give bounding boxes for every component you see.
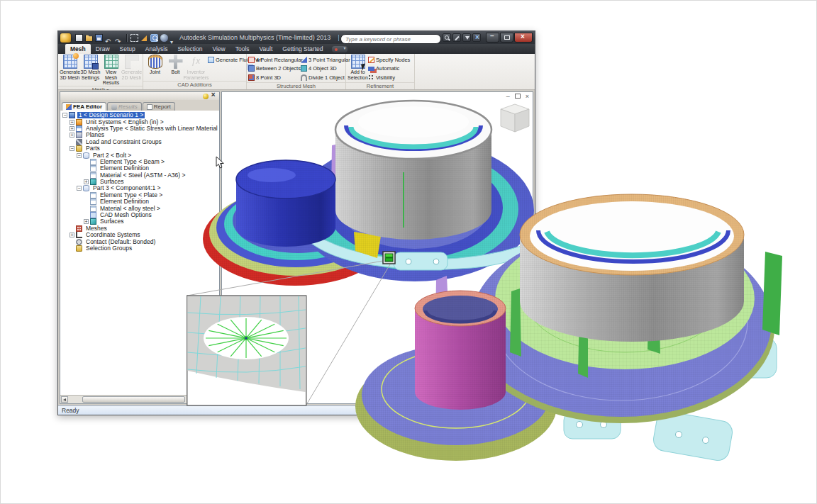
contact-icon [76, 239, 82, 245]
tree-horizontal-scrollbar[interactable] [60, 395, 219, 403]
parts-icon [76, 145, 82, 152]
search-box [340, 31, 441, 45]
tree-item[interactable]: + Analysis Type < Static Stress with Lin… [60, 125, 219, 132]
ribbon-tab[interactable]: Tools [230, 44, 255, 54]
scroll-left-icon[interactable] [61, 396, 68, 403]
ribbon-button[interactable]: 8 Point 3D [248, 73, 301, 82]
ribbon-tab[interactable]: Mesh [65, 44, 91, 54]
minimize-button[interactable] [486, 33, 499, 43]
ribbon-tab[interactable]: Analysis [140, 44, 173, 54]
viewport-close-icon[interactable]: × [526, 94, 529, 100]
panel-tab[interactable]: Results [107, 102, 142, 111]
exchange-close-icon[interactable] [472, 33, 481, 42]
maximize-button[interactable] [500, 33, 513, 43]
ribbon-button[interactable]: Add to Selection [348, 55, 368, 80]
fea-editor-icon [66, 104, 72, 110]
tree-expander-icon[interactable]: + [84, 219, 89, 224]
tree-expander-icon[interactable]: + [70, 120, 74, 125]
exchange-search-icon[interactable] [443, 33, 451, 42]
ribbon-tab[interactable]: Setup [115, 44, 140, 54]
ribbon-button[interactable]: Divide 1 Object [301, 73, 346, 82]
tree-item[interactable]: Material < Steel (ASTM - A36) > [60, 172, 219, 179]
scroll-right-icon[interactable] [211, 396, 218, 403]
ribbon-tab[interactable]: Selection [172, 44, 207, 54]
box-select-icon[interactable] [130, 34, 138, 42]
ribbon-button[interactable]: View Mesh Results [101, 55, 121, 86]
ribbon-button[interactable]: Between 2 Objects [248, 65, 301, 74]
tree-expander-icon[interactable]: − [77, 186, 82, 191]
specify-nodes-icon [368, 57, 374, 63]
ribbon-group-mesh: Generate 3D Mesh 3D Mesh Settings View M… [58, 54, 143, 89]
pushpin-icon[interactable] [203, 94, 209, 99]
window-controls [486, 33, 533, 43]
tree-item[interactable]: Selection Groups [60, 245, 219, 252]
tree-item[interactable]: + Surfaces [60, 218, 219, 225]
undo-icon[interactable] [105, 34, 113, 42]
ribbon: Generate 3D Mesh 3D Mesh Settings View M… [58, 54, 535, 90]
ribbon-button[interactable]: Automatic [368, 65, 410, 74]
viewport-3d[interactable]: – × [221, 91, 533, 404]
ribbon-group-refinement: Add to Selection Specify Nodes Automatic [346, 54, 415, 89]
viewport-window-controls: – × [506, 94, 529, 100]
close-button[interactable] [514, 33, 533, 43]
panel-close-icon[interactable] [211, 93, 217, 99]
quick-access-toolbar [75, 34, 178, 42]
ribbon-button[interactable]: 4 Object 3D [301, 65, 346, 74]
tree-item[interactable]: − Parts [60, 145, 219, 152]
tree-expander-icon[interactable]: + [70, 126, 74, 131]
window-title: Autodesk Simulation Multiphysics (Time-l… [179, 34, 339, 41]
measure-icon[interactable] [140, 34, 148, 42]
wrench-icon[interactable] [452, 33, 461, 42]
ribbon-button[interactable]: 3 Point Triangular [301, 55, 346, 65]
save-icon[interactable] [95, 34, 103, 42]
ribbon-button[interactable]: Generate 3D Mesh [60, 55, 80, 80]
panel-tab[interactable]: FEA Editor [62, 102, 106, 111]
menu-down-icon[interactable] [170, 34, 178, 42]
ribbon-tab[interactable]: View [207, 44, 230, 54]
tree-item[interactable]: CAD Mesh Options [60, 212, 219, 218]
viewport-minimize-icon[interactable]: – [506, 94, 510, 100]
ribbon-button[interactable]: 4 Point Rectangular [248, 55, 301, 65]
ribbon-tab[interactable]: Getting Started [277, 44, 328, 54]
panel-tab[interactable]: Report [143, 102, 175, 111]
element-definition-icon [90, 165, 96, 172]
search-input[interactable] [340, 34, 441, 44]
ribbon-tab[interactable]: Draw [91, 44, 115, 54]
tree-item[interactable]: + Coordinate Systems [60, 232, 219, 238]
ribbon-button[interactable]: Specify Nodes [368, 55, 410, 65]
ribbon-button[interactable]: Joint [145, 55, 165, 75]
cad-mesh-options-icon [90, 212, 96, 218]
ribbon-button[interactable]: Generate 2D Mesh [121, 55, 142, 80]
tree-item[interactable]: Load and Constraint Groups [60, 139, 219, 145]
tree-expander-icon[interactable]: − [70, 146, 74, 151]
new-file-icon[interactable] [75, 34, 83, 42]
ribbon-button[interactable]: Visibility [368, 73, 410, 82]
element-type-icon [90, 192, 96, 198]
ribbon-button[interactable]: 3D Mesh Settings [80, 55, 101, 80]
design-scenario-icon [69, 112, 75, 118]
ribbon-button[interactable]: Inventor Parameters [186, 55, 206, 80]
ribbon-tab[interactable]: Vault [255, 44, 278, 54]
mesh-settings-icon [84, 55, 98, 69]
tree-item[interactable]: − 1 < Design Scenario 1 > [60, 112, 219, 118]
group-label-structured-mesh: Structured Mesh [247, 82, 345, 91]
visual-style-icon[interactable] [160, 34, 168, 42]
tree-expander-icon[interactable]: + [84, 179, 89, 184]
tree-expander-icon[interactable]: − [77, 153, 82, 158]
zoom-icon[interactable] [150, 34, 158, 42]
open-file-icon[interactable] [85, 34, 93, 42]
tree-expander-icon[interactable]: + [70, 133, 74, 138]
download-icon[interactable] [462, 33, 471, 42]
scrollbar-thumb[interactable] [82, 396, 185, 403]
scrollbar-track[interactable] [68, 396, 211, 403]
tree-expander-icon[interactable]: + [70, 233, 74, 237]
add-to-selection-icon [351, 55, 365, 69]
communication-center-icon[interactable] [332, 46, 348, 52]
app-logo-icon[interactable] [60, 33, 71, 43]
tree-item[interactable]: Contact (Default: Bonded) [60, 238, 219, 245]
tree-expander-icon[interactable]: − [62, 113, 67, 118]
redo-icon[interactable] [115, 34, 123, 42]
status-bar: Ready [58, 405, 535, 415]
viewport-restore-icon[interactable] [515, 94, 521, 100]
inventor-parameters-icon [189, 55, 204, 69]
